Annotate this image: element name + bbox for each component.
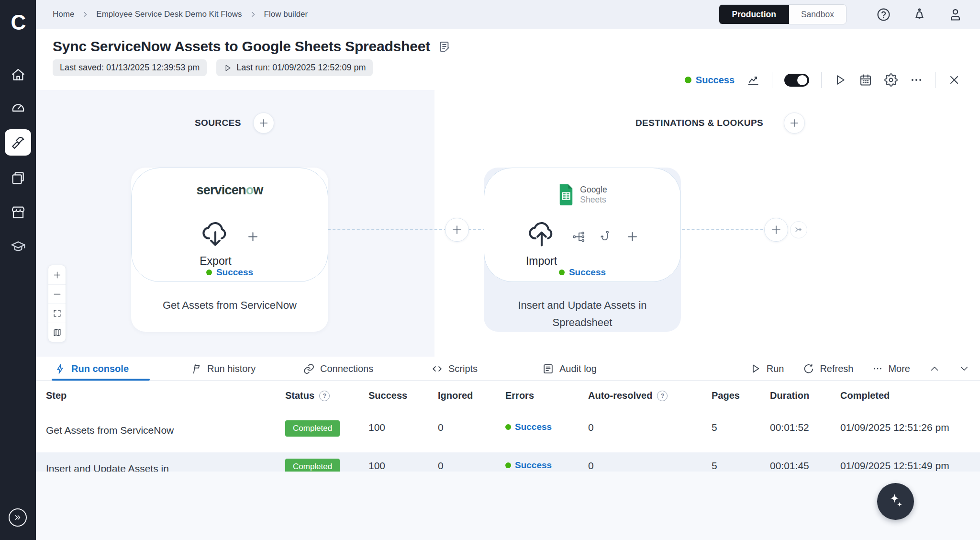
minimap-button[interactable] (48, 323, 66, 342)
destinations-label: DESTINATIONS & LOOKUPS (635, 118, 763, 128)
settings-button[interactable] (884, 73, 898, 87)
expand-panel-button[interactable] (959, 363, 969, 374)
google-sheets-icon (557, 183, 575, 207)
run-table-header: Step Status ? Success Ignored Errors Aut… (36, 381, 980, 410)
zoom-in-icon (53, 270, 62, 280)
add-step-button[interactable] (445, 218, 469, 242)
add-destination-button[interactable] (784, 112, 805, 134)
sidebar-item-resources[interactable] (11, 170, 26, 186)
tab-connections[interactable]: Connections (303, 357, 373, 381)
servicenow-logo: servicenow (131, 183, 328, 198)
status-dot (505, 424, 511, 430)
production-toggle-button[interactable]: Production (719, 5, 789, 24)
flow-status-link[interactable]: Success (685, 75, 735, 86)
ai-assistant-button[interactable] (877, 483, 914, 520)
cell-auto-resolved: 0 (588, 460, 712, 472)
hook-button[interactable] (599, 230, 612, 244)
import-label: Import (526, 255, 557, 268)
sources-label: SOURCES (195, 118, 241, 128)
help-button[interactable] (876, 7, 891, 22)
panel-tabbar: Run console Run history Connections Scri… (36, 357, 980, 381)
play-icon (834, 73, 847, 87)
zoom-out-button[interactable] (48, 284, 66, 304)
tab-scripts[interactable]: Scripts (431, 357, 478, 381)
topbar-right: Production Sandbox (719, 4, 963, 24)
more-actions-button[interactable] (910, 73, 923, 87)
close-button[interactable] (947, 73, 961, 87)
sidebar-item-dashboard[interactable] (11, 101, 26, 116)
sandbox-toggle-button[interactable]: Sandbox (789, 5, 846, 24)
router-button[interactable] (790, 221, 807, 238)
breadcrumb: Home Employee Service Desk Demo Kit Flow… (53, 10, 308, 19)
cell-status: Completed (285, 422, 368, 437)
mappings-button[interactable] (572, 230, 586, 244)
refresh-button[interactable]: Refresh (803, 363, 853, 374)
more-button[interactable]: More (872, 363, 910, 374)
zoom-in-button[interactable] (48, 265, 66, 284)
google-sheets-text-line2: Sheets (580, 195, 607, 205)
ellipsis-icon (872, 363, 883, 374)
auto-resolved-help-icon[interactable]: ? (657, 391, 668, 401)
sidebar-item-marketplace[interactable] (11, 205, 26, 220)
import-status-link[interactable]: Success (484, 267, 681, 278)
schedule-button[interactable] (859, 73, 872, 87)
add-source-button[interactable] (253, 112, 274, 134)
zoom-out-icon (53, 290, 62, 299)
col-ignored: Ignored (438, 381, 505, 401)
export-step[interactable]: Export (200, 219, 231, 268)
status-help-icon[interactable]: ? (319, 391, 330, 401)
last-saved-text: Last saved: 01/13/2025 12:39:53 pm (60, 63, 200, 73)
sidebar-item-university[interactable] (11, 239, 26, 255)
source-node-get-assets[interactable]: servicenow Export Success (131, 168, 328, 332)
plus-icon (451, 224, 463, 236)
environment-switch: Production Sandbox (719, 4, 846, 24)
table-row: Get Assets from ServiceNow Completed 100… (36, 410, 980, 452)
sidebar-expand-button[interactable] (9, 508, 27, 527)
marketplace-icon (11, 205, 26, 220)
play-icon (223, 64, 232, 72)
breadcrumb-home[interactable]: Home (53, 10, 74, 19)
flow-status-text: Success (696, 75, 735, 86)
col-duration: Duration (770, 381, 840, 401)
plus-icon (789, 118, 800, 128)
divider (772, 72, 772, 88)
status-dot (685, 77, 691, 83)
sidebar-item-home[interactable] (11, 67, 26, 82)
fullscreen-icon (53, 309, 62, 318)
flow-on-off-toggle[interactable] (784, 74, 809, 87)
flow-notes-button[interactable] (438, 40, 451, 53)
tab-audit-log[interactable]: Audit log (542, 357, 597, 381)
analytics-button[interactable] (746, 73, 760, 87)
google-sheets-logo: Google Sheets (484, 183, 681, 207)
profile-button[interactable] (948, 7, 963, 22)
cell-ignored: 0 (438, 460, 505, 472)
errors-status-link[interactable]: Success (505, 460, 552, 471)
sidebar-item-flow-builder[interactable] (5, 129, 31, 156)
breadcrumb-project[interactable]: Employee Service Desk Demo Kit Flows (96, 10, 242, 19)
dashboard-icon (11, 101, 26, 116)
run-flow-button[interactable] (834, 73, 847, 87)
errors-status-link[interactable]: Success (505, 422, 552, 432)
code-icon (431, 363, 443, 375)
import-step[interactable]: Import (526, 219, 557, 268)
add-export-action-button[interactable] (246, 230, 260, 244)
collapse-panel-button[interactable] (929, 363, 940, 374)
chevron-down-icon (959, 363, 969, 374)
chart-icon (746, 73, 760, 87)
celigo-logo: C (0, 11, 36, 34)
add-destination-step-button[interactable] (764, 218, 788, 242)
audit-doc-icon (542, 363, 554, 375)
tab-label: Scripts (448, 363, 478, 374)
export-status-link[interactable]: Success (131, 267, 328, 278)
run-button[interactable]: Run (750, 363, 784, 374)
tab-run-console[interactable]: Run console (54, 357, 129, 381)
run-panel: Run console Run history Connections Scri… (36, 357, 980, 540)
notifications-button[interactable] (912, 7, 927, 22)
tab-run-history[interactable]: Run history (190, 357, 256, 381)
fit-view-button[interactable] (48, 304, 66, 323)
link-icon (303, 363, 315, 375)
destination-node-insert-update[interactable]: Google Sheets Import (484, 168, 681, 332)
add-import-action-button[interactable] (625, 230, 639, 244)
cell-errors: Success (505, 460, 588, 471)
cell-step: Get Assets from ServiceNow (46, 422, 285, 439)
